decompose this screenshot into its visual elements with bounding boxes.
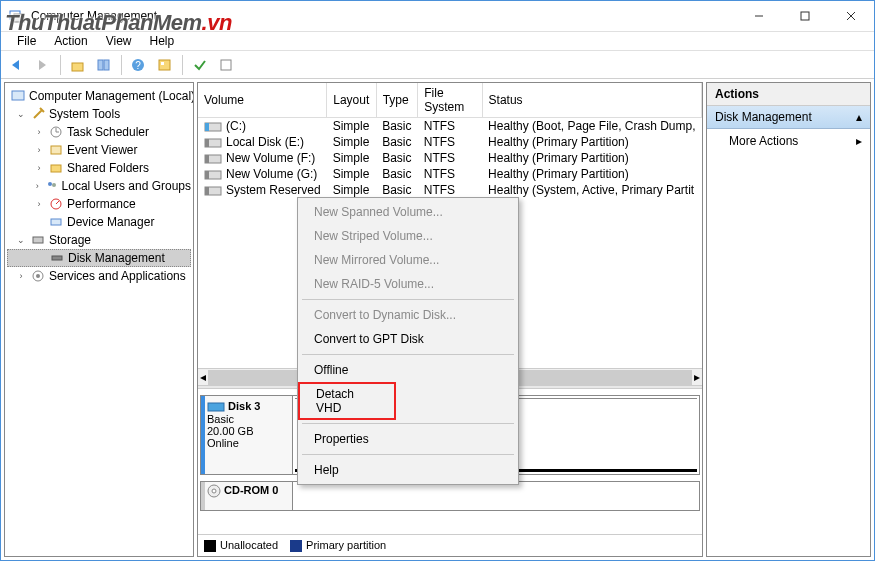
scroll-right-icon[interactable]: ▸: [694, 370, 700, 384]
svg-rect-7: [98, 60, 103, 70]
collapse-icon[interactable]: ▴: [856, 110, 862, 124]
disk-icon: [49, 250, 65, 266]
svg-rect-22: [33, 237, 43, 243]
cm-convert-gpt[interactable]: Convert to GPT Disk: [300, 327, 516, 351]
forward-button[interactable]: [31, 54, 55, 76]
minimize-button[interactable]: [736, 1, 782, 31]
svg-point-19: [52, 183, 56, 187]
menu-file[interactable]: File: [9, 32, 44, 50]
window-title: Computer Management: [31, 9, 736, 23]
col-type[interactable]: Type: [376, 83, 418, 118]
up-button[interactable]: [66, 54, 90, 76]
table-row[interactable]: New Volume (G:)SimpleBasicNTFSHealthy (P…: [198, 166, 702, 182]
svg-rect-36: [208, 403, 224, 411]
tree-system-tools[interactable]: ⌄ System Tools: [7, 105, 191, 123]
tree-task-scheduler[interactable]: ›Task Scheduler: [7, 123, 191, 141]
tree-label: Event Viewer: [67, 143, 137, 157]
chevron-right-icon[interactable]: ›: [33, 181, 42, 191]
actions-more-label: More Actions: [729, 134, 798, 148]
tree-label: Shared Folders: [67, 161, 149, 175]
disk3-title: Disk 3: [228, 400, 260, 412]
scroll-left-icon[interactable]: ◂: [200, 370, 206, 384]
chevron-right-icon[interactable]: ›: [15, 271, 27, 281]
clock-icon: [48, 124, 64, 140]
back-button[interactable]: [5, 54, 29, 76]
col-volume[interactable]: Volume: [198, 83, 327, 118]
svg-rect-1: [14, 14, 24, 22]
properties-button[interactable]: [92, 54, 116, 76]
event-icon: [48, 142, 64, 158]
extra1-button[interactable]: [188, 54, 212, 76]
table-row[interactable]: Local Disk (E:)SimpleBasicNTFSHealthy (P…: [198, 134, 702, 150]
refresh-button[interactable]: [153, 54, 177, 76]
help-button[interactable]: ?: [127, 54, 151, 76]
svg-rect-33: [205, 171, 209, 179]
tree-label: Local Users and Groups: [62, 179, 191, 193]
extra2-button[interactable]: [214, 54, 238, 76]
tree-services-apps[interactable]: ›Services and Applications: [7, 267, 191, 285]
svg-point-25: [36, 274, 40, 278]
disk3-size: 20.00 GB: [207, 425, 253, 437]
toolbar: ?: [1, 51, 874, 79]
svg-rect-12: [161, 62, 164, 65]
svg-rect-14: [12, 91, 24, 100]
menubar: File Action View Help: [1, 31, 874, 51]
table-row[interactable]: (C:)SimpleBasicNTFSHealthy (Boot, Page F…: [198, 118, 702, 135]
chevron-down-icon[interactable]: ⌄: [15, 235, 27, 245]
col-fs[interactable]: File System: [418, 83, 482, 118]
legend-unalloc: Unallocated: [220, 539, 278, 551]
cm-new-spanned: New Spanned Volume...: [300, 200, 516, 224]
tree-device-manager[interactable]: Device Manager: [7, 213, 191, 231]
legend-primary: Primary partition: [306, 539, 386, 551]
chevron-right-icon[interactable]: ›: [33, 145, 45, 155]
tree-label: Device Manager: [67, 215, 154, 229]
chevron-right-icon[interactable]: ›: [33, 127, 45, 137]
tree-performance[interactable]: ›Performance: [7, 195, 191, 213]
cm-detach-vhd[interactable]: Detach VHD: [298, 382, 396, 420]
maximize-button[interactable]: [782, 1, 828, 31]
tree-shared-folders[interactable]: ›Shared Folders: [7, 159, 191, 177]
chevron-down-icon[interactable]: ⌄: [15, 109, 27, 119]
cm-help[interactable]: Help: [300, 458, 516, 482]
svg-text:?: ?: [135, 60, 141, 71]
users-icon: [45, 178, 59, 194]
cm-offline[interactable]: Offline: [300, 358, 516, 382]
svg-rect-35: [205, 187, 209, 195]
col-layout[interactable]: Layout: [327, 83, 376, 118]
tree-label: Performance: [67, 197, 136, 211]
svg-rect-29: [205, 139, 209, 147]
tree-label: Task Scheduler: [67, 125, 149, 139]
tree-event-viewer[interactable]: ›Event Viewer: [7, 141, 191, 159]
svg-rect-23: [52, 256, 62, 260]
tree-pane: Computer Management (Local) ⌄ System Too…: [4, 82, 194, 557]
tools-icon: [30, 106, 46, 122]
table-row[interactable]: System ReservedSimpleBasicNTFSHealthy (S…: [198, 182, 702, 198]
menu-view[interactable]: View: [98, 32, 140, 50]
close-button[interactable]: [828, 1, 874, 31]
cm-convert-dynamic: Convert to Dynamic Disk...: [300, 303, 516, 327]
chevron-right-icon[interactable]: ›: [33, 163, 45, 173]
svg-rect-3: [801, 12, 809, 20]
svg-rect-31: [205, 155, 209, 163]
table-row[interactable]: New Volume (F:)SimpleBasicNTFSHealthy (P…: [198, 150, 702, 166]
cm-new-striped: New Striped Volume...: [300, 224, 516, 248]
svg-rect-6: [72, 63, 83, 71]
device-icon: [48, 214, 64, 230]
disk3-type: Basic: [207, 413, 234, 425]
tree-root[interactable]: Computer Management (Local): [7, 87, 191, 105]
tree-storage[interactable]: ⌄Storage: [7, 231, 191, 249]
svg-rect-11: [159, 60, 170, 70]
actions-more[interactable]: More Actions ▸: [707, 129, 870, 153]
tree-local-users[interactable]: ›Local Users and Groups: [7, 177, 191, 195]
shared-folder-icon: [48, 160, 64, 176]
cdrom-row[interactable]: CD-ROM 0: [200, 481, 700, 511]
tree-label: System Tools: [49, 107, 120, 121]
actions-section[interactable]: Disk Management ▴: [707, 106, 870, 129]
tree-disk-management[interactable]: Disk Management: [7, 249, 191, 267]
cm-properties[interactable]: Properties: [300, 427, 516, 451]
col-status[interactable]: Status: [482, 83, 701, 118]
menu-action[interactable]: Action: [46, 32, 95, 50]
svg-point-18: [48, 182, 52, 186]
chevron-right-icon[interactable]: ›: [33, 199, 45, 209]
menu-help[interactable]: Help: [142, 32, 183, 50]
